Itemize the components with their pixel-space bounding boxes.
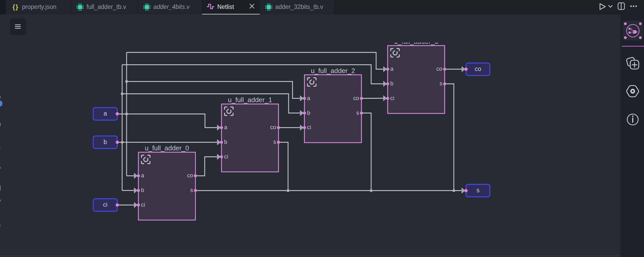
svg-text:adder_4bits.v: adder_4bits.v (153, 3, 190, 10)
svg-text:ci: ci (224, 154, 228, 160)
svg-text:co: co (475, 65, 481, 72)
svg-text:a: a (390, 66, 393, 72)
svg-text:b: b (224, 139, 227, 145)
svg-text:adder_32bits_tb.v: adder_32bits_tb.v (275, 3, 323, 10)
svg-text:s: s (190, 187, 193, 193)
svg-text:property.json: property.json (22, 3, 56, 10)
svg-text:Netlist: Netlist (217, 3, 234, 10)
svg-text:s: s (356, 110, 359, 116)
svg-text:co: co (187, 172, 193, 179)
svg-text:a: a (307, 95, 310, 101)
svg-text:u_full_adder_0: u_full_adder_0 (145, 144, 189, 152)
svg-text:co: co (270, 124, 276, 130)
svg-text:a: a (141, 172, 144, 179)
svg-text:b: b (141, 187, 144, 193)
svg-text:co: co (353, 95, 359, 101)
svg-text:u_full_adder_1: u_full_adder_1 (228, 96, 272, 103)
svg-text:s: s (440, 80, 442, 87)
svg-text:co: co (436, 66, 442, 72)
svg-text:s: s (477, 187, 480, 194)
svg-text:u_full_adder_3: u_full_adder_3 (394, 38, 438, 45)
svg-text:ci: ci (103, 201, 107, 208)
svg-text:a: a (104, 110, 107, 117)
svg-text:ci: ci (390, 95, 394, 101)
svg-text:full_adder_tb.v: full_adder_tb.v (86, 3, 126, 10)
svg-text:a: a (224, 124, 227, 130)
svg-text:{}: {} (13, 3, 19, 10)
svg-text:b: b (307, 110, 310, 116)
svg-text:ci: ci (307, 124, 311, 130)
svg-text:u_full_adder_2: u_full_adder_2 (311, 67, 355, 74)
svg-text:b: b (390, 80, 393, 87)
svg-text:ci: ci (141, 202, 145, 208)
svg-text:b: b (104, 139, 107, 145)
svg-text:s: s (273, 139, 276, 145)
